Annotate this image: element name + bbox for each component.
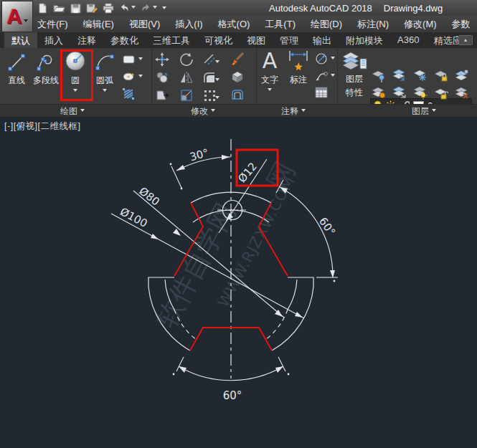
qat-customize-icon[interactable] bbox=[162, 6, 166, 11]
menu-dimension[interactable]: 标注(N) bbox=[357, 18, 389, 31]
menu-draw[interactable]: 绘图(D) bbox=[311, 18, 342, 31]
save-icon[interactable] bbox=[70, 3, 81, 14]
fillet-dropdown-icon[interactable] bbox=[215, 73, 219, 86]
dim-text-60deg-bottom: 60° bbox=[223, 389, 242, 402]
table-button[interactable] bbox=[314, 86, 329, 99]
layers-panel-expand-icon[interactable] bbox=[432, 109, 436, 114]
scale-button[interactable] bbox=[179, 88, 194, 105]
app-menu-dropdown-icon bbox=[24, 19, 28, 24]
ribbon-collapse-button[interactable]: ▲ bbox=[458, 35, 473, 45]
modify-panel-expand-icon[interactable] bbox=[211, 109, 215, 114]
move-button[interactable] bbox=[155, 52, 169, 70]
tab-insert[interactable]: 插入 bbox=[37, 32, 70, 48]
ellipse-dropdown-icon[interactable] bbox=[138, 75, 143, 80]
explode-icon bbox=[230, 69, 245, 85]
layer-properties-label-1: 图层 bbox=[346, 73, 363, 85]
rectangle-button[interactable] bbox=[122, 54, 143, 65]
table-icon bbox=[314, 86, 329, 99]
viewport-controls[interactable]: [-][俯视][二维线框] bbox=[4, 120, 81, 133]
menu-view[interactable]: 视图(V) bbox=[129, 18, 160, 31]
array-dropdown-icon[interactable] bbox=[215, 91, 219, 104]
layer-copy-to-button[interactable] bbox=[392, 85, 407, 103]
dim-diameter-dropdown-icon[interactable] bbox=[331, 57, 335, 62]
array-button[interactable] bbox=[202, 88, 217, 105]
line-button[interactable]: 直线 bbox=[4, 52, 29, 87]
undo-dropdown-icon[interactable] bbox=[131, 6, 136, 11]
menu-modify[interactable]: 修改(M) bbox=[404, 18, 437, 31]
copy-button[interactable] bbox=[155, 70, 169, 87]
layer-unlock-all-button[interactable] bbox=[433, 85, 449, 103]
menu-parametric[interactable]: 参数 bbox=[452, 18, 471, 31]
ellipse-button[interactable] bbox=[122, 71, 143, 82]
menu-insert[interactable]: 插入(I) bbox=[175, 18, 202, 31]
draw-panel-label[interactable]: 绘图 bbox=[60, 105, 85, 118]
layer-lock-button[interactable] bbox=[433, 68, 449, 85]
arc-dropdown-icon[interactable] bbox=[103, 89, 107, 94]
rotate-button[interactable] bbox=[179, 52, 194, 70]
tab-home[interactable]: 默认 bbox=[4, 32, 37, 48]
draw-panel-expand-icon[interactable] bbox=[80, 109, 85, 114]
tab-visualize[interactable]: 可视化 bbox=[197, 32, 240, 48]
fillet-button[interactable] bbox=[202, 70, 217, 87]
save-as-icon[interactable] bbox=[86, 3, 98, 14]
tab-a360[interactable]: A360 bbox=[390, 32, 426, 48]
tab-manage[interactable]: 管理 bbox=[273, 32, 306, 48]
mirror-button[interactable] bbox=[179, 70, 194, 87]
redo-dropdown-icon[interactable] bbox=[153, 6, 157, 11]
dimension-button[interactable]: 标注 bbox=[284, 49, 313, 86]
polyline-button[interactable]: 多段线 bbox=[30, 52, 62, 87]
dim-text-d100: Ø100 bbox=[118, 205, 149, 230]
dim-diameter-button[interactable] bbox=[314, 52, 335, 65]
application-menu-button[interactable]: A bbox=[1, 1, 33, 32]
leader-dropdown-icon[interactable] bbox=[331, 74, 335, 79]
layer-thaw-all-button[interactable] bbox=[412, 85, 428, 103]
tab-output[interactable]: 输出 bbox=[306, 32, 339, 48]
tab-3dtools[interactable]: 三维工具 bbox=[146, 32, 197, 48]
text-dropdown-icon[interactable] bbox=[268, 88, 272, 93]
menu-file[interactable]: 文件(F) bbox=[37, 18, 68, 31]
title-bar: Autodesk AutoCAD 2018Drawing4.dwg bbox=[0, 0, 477, 16]
modify-panel-label[interactable]: 修改 bbox=[191, 105, 215, 118]
tab-parametric[interactable]: 参数化 bbox=[103, 32, 146, 48]
annotate-panel-expand-icon[interactable] bbox=[301, 109, 306, 114]
redo-button[interactable] bbox=[141, 3, 157, 13]
arc-button[interactable]: 圆弧 bbox=[92, 52, 118, 94]
tab-view[interactable]: 视图 bbox=[240, 32, 273, 48]
drawing-canvas[interactable]: [-][俯视][二维线框] 软件自学网 WWW.RJZXW.COM 网 bbox=[0, 117, 477, 448]
plot-icon[interactable] bbox=[103, 3, 114, 14]
offset-button[interactable] bbox=[230, 87, 245, 105]
open-file-icon[interactable] bbox=[53, 3, 65, 14]
ellipse-icon bbox=[122, 71, 136, 82]
layer-delete-button[interactable] bbox=[454, 85, 470, 103]
tab-annotate[interactable]: 注释 bbox=[70, 32, 103, 48]
quick-access-toolbar bbox=[37, 1, 166, 14]
layer-match-button[interactable] bbox=[392, 68, 407, 85]
watermark-text-extra: 网 bbox=[260, 156, 301, 195]
trim-dropdown-icon[interactable] bbox=[215, 55, 219, 68]
viewport-style-control[interactable]: [二维线框] bbox=[38, 121, 81, 131]
layer-change-button[interactable] bbox=[454, 68, 470, 85]
dim-diameter-icon bbox=[314, 52, 329, 65]
layer-off-button[interactable] bbox=[371, 85, 387, 103]
erase-button[interactable] bbox=[230, 51, 245, 70]
trim-button[interactable] bbox=[202, 52, 217, 70]
undo-button[interactable] bbox=[119, 3, 136, 13]
explode-button[interactable] bbox=[230, 69, 245, 87]
polyline-label: 多段线 bbox=[33, 75, 59, 87]
rectangle-dropdown-icon[interactable] bbox=[138, 57, 143, 62]
layer-freeze-button[interactable] bbox=[412, 68, 428, 85]
menu-edit[interactable]: 编辑(E) bbox=[83, 18, 114, 31]
leader-button[interactable] bbox=[314, 70, 335, 82]
layer-isolate-button[interactable] bbox=[371, 68, 387, 85]
tab-addins[interactable]: 附加模块 bbox=[339, 32, 390, 48]
stretch-button[interactable] bbox=[155, 88, 169, 105]
viewport-view-control[interactable]: [俯视] bbox=[14, 121, 38, 131]
annotate-panel-label[interactable]: 注释 bbox=[281, 105, 306, 118]
menu-tools[interactable]: 工具(T) bbox=[265, 18, 296, 31]
new-file-icon[interactable] bbox=[37, 3, 48, 14]
text-button[interactable]: A 文字 bbox=[258, 49, 281, 93]
menu-format[interactable]: 格式(O) bbox=[218, 18, 250, 31]
layers-panel-label[interactable]: 图层 bbox=[412, 105, 436, 118]
layer-properties-button[interactable]: 图层 特性 bbox=[340, 50, 369, 99]
hatch-button[interactable] bbox=[122, 87, 136, 100]
